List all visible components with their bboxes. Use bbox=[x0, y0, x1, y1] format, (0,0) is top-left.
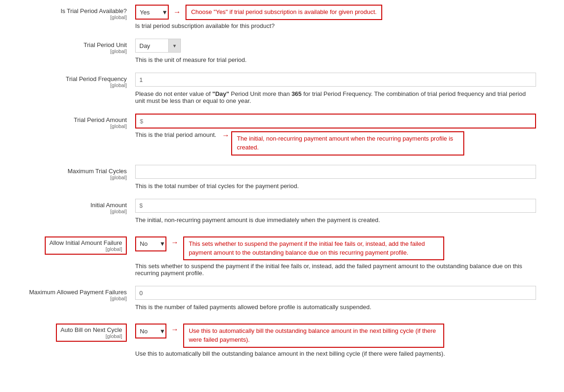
auto-bill-next-cycle-label-col: Auto Bill on Next Cycle [global] bbox=[9, 320, 135, 342]
auto-bill-next-cycle-row: Auto Bill on Next Cycle [global] No Yes … bbox=[9, 320, 555, 357]
allow-initial-amount-failure-label: Allow Initial Amount Failure bbox=[49, 239, 122, 246]
trial-period-unit-sublabel: [global] bbox=[9, 48, 127, 54]
initial-amount-help: The initial, non-recurring payment amoun… bbox=[135, 216, 380, 223]
maximum-allowed-payment-failures-label: Maximum Allowed Payment Failures bbox=[29, 289, 127, 296]
auto-bill-next-cycle-label: Auto Bill on Next Cycle bbox=[61, 326, 122, 333]
trial-period-unit-dropdown-btn[interactable]: ▼ bbox=[168, 39, 180, 52]
is-trial-period-dropdown-btn[interactable]: ▼ bbox=[162, 9, 168, 16]
allow-initial-amount-failure-sublabel: [global] bbox=[49, 246, 122, 252]
trial-period-unit-label-col: Trial Period Unit [global] bbox=[9, 39, 135, 54]
allow-initial-amount-failure-tooltip: This sets whether to suspend the payment… bbox=[183, 237, 444, 261]
initial-amount-label-col: Initial Amount [global] bbox=[9, 199, 135, 214]
auto-bill-next-cycle-select[interactable]: No Yes bbox=[136, 324, 159, 338]
allow-initial-amount-failure-field-col: No Yes ▼ → This sets whether to suspend … bbox=[135, 233, 555, 261]
trial-period-frequency-help: Please do not enter value of "Day" Perio… bbox=[135, 90, 536, 104]
allow-initial-amount-failure-select-wrapper[interactable]: No Yes ▼ bbox=[135, 237, 166, 251]
allow-initial-amount-failure-label-col: Allow Initial Amount Failure [global] bbox=[9, 233, 135, 255]
auto-bill-next-cycle-help: Use this to automatically bill the outst… bbox=[135, 350, 445, 357]
trial-period-unit-select-wrapper[interactable]: Day Week Month Year ▼ bbox=[135, 39, 181, 53]
maximum-trial-cycles-help: This is the total number of trial cycles… bbox=[135, 182, 299, 189]
trial-period-amount-sublabel: [global] bbox=[9, 123, 127, 129]
maximum-allowed-payment-failures-label-col: Maximum Allowed Payment Failures [global… bbox=[9, 286, 135, 301]
auto-bill-next-cycle-sublabel: [global] bbox=[61, 333, 122, 339]
allow-initial-amount-failure-row: Allow Initial Amount Failure [global] No… bbox=[9, 233, 555, 277]
maximum-allowed-payment-failures-row: Maximum Allowed Payment Failures [global… bbox=[9, 286, 555, 311]
maximum-allowed-payment-failures-field-col bbox=[135, 286, 555, 300]
maximum-trial-cycles-field-col bbox=[135, 165, 555, 179]
trial-period-amount-field-col bbox=[135, 114, 555, 128]
trial-period-unit-label: Trial Period Unit bbox=[83, 41, 127, 48]
trial-period-amount-input[interactable] bbox=[136, 115, 535, 128]
is-trial-period-select-wrapper[interactable]: Yes No ▼ bbox=[135, 5, 169, 20]
maximum-trial-cycles-label-col: Maximum Trial Cycles [global] bbox=[9, 165, 135, 180]
trial-period-frequency-label-col: Trial Period Frequency [global] bbox=[9, 73, 135, 88]
is-trial-period-sublabel: [global] bbox=[9, 14, 127, 20]
initial-amount-field-col bbox=[135, 199, 555, 213]
trial-period-amount-tooltip: The initial, non-recurring payment amoun… bbox=[231, 131, 464, 155]
is-trial-period-label: Is Trial Period Available? bbox=[61, 7, 127, 14]
allow-initial-amount-failure-select[interactable]: No Yes bbox=[136, 237, 159, 250]
auto-bill-next-cycle-box: Auto Bill on Next Cycle [global] bbox=[56, 324, 127, 342]
maximum-allowed-payment-failures-input[interactable] bbox=[135, 286, 536, 300]
auto-bill-next-cycle-select-wrapper[interactable]: No Yes ▼ bbox=[135, 324, 166, 338]
trial-period-amount-label-col: Trial Period Amount [global] bbox=[9, 114, 135, 129]
maximum-trial-cycles-label: Maximum Trial Cycles bbox=[68, 168, 127, 175]
initial-amount-label: Initial Amount bbox=[90, 202, 127, 209]
is-trial-period-label-col: Is Trial Period Available? [global] bbox=[9, 5, 135, 20]
is-trial-period-select[interactable]: Yes No bbox=[136, 6, 162, 19]
allow-initial-amount-failure-help: This sets whether to suspend the payment… bbox=[135, 263, 536, 277]
is-trial-period-tooltip: Choose "Yes" if trial period subscriptio… bbox=[186, 5, 382, 20]
trial-period-frequency-input[interactable] bbox=[135, 73, 536, 87]
is-trial-period-row: Is Trial Period Available? [global] Yes … bbox=[9, 5, 555, 29]
maximum-trial-cycles-row: Maximum Trial Cycles [global] This is th… bbox=[9, 165, 555, 189]
trial-period-frequency-bold2: 365 bbox=[291, 90, 302, 97]
allow-initial-amount-failure-dropdown-btn[interactable]: ▼ bbox=[159, 240, 165, 247]
trial-period-amount-row: Trial Period Amount [global] This is the… bbox=[9, 114, 555, 155]
trial-period-frequency-sublabel: [global] bbox=[9, 82, 127, 88]
trial-period-frequency-field-col bbox=[135, 73, 555, 87]
maximum-allowed-payment-failures-help: This is the number of failed payments al… bbox=[135, 304, 371, 311]
trial-period-unit-select[interactable]: Day Week Month Year bbox=[136, 39, 168, 52]
trial-period-frequency-bold1: "Day" bbox=[213, 90, 229, 97]
trial-period-amount-arrow: → bbox=[222, 131, 229, 140]
maximum-trial-cycles-input[interactable] bbox=[135, 165, 536, 179]
maximum-allowed-payment-failures-sublabel: [global] bbox=[9, 296, 127, 301]
allow-initial-amount-failure-arrow: → bbox=[171, 238, 179, 247]
allow-initial-amount-failure-box: Allow Initial Amount Failure [global] bbox=[45, 237, 127, 255]
is-trial-period-help: Is trial period subscription available f… bbox=[135, 22, 275, 29]
initial-amount-row: Initial Amount [global] The initial, non… bbox=[9, 199, 555, 223]
is-trial-period-field-col: Yes No ▼ → Choose "Yes" if trial period … bbox=[135, 5, 555, 20]
is-trial-period-arrow: → bbox=[173, 8, 181, 16]
trial-period-frequency-label: Trial Period Frequency bbox=[66, 75, 127, 82]
trial-period-amount-label: Trial Period Amount bbox=[74, 116, 127, 123]
trial-period-unit-row: Trial Period Unit [global] Day Week Mont… bbox=[9, 39, 555, 63]
auto-bill-next-cycle-tooltip: Use this to automatically bill the outst… bbox=[183, 324, 444, 348]
trial-period-unit-help: This is the unit of measure for trial pe… bbox=[135, 56, 247, 63]
auto-bill-next-cycle-field-col: No Yes ▼ → Use this to automatically bil… bbox=[135, 320, 555, 348]
trial-period-unit-field-col: Day Week Month Year ▼ bbox=[135, 39, 555, 53]
initial-amount-sublabel: [global] bbox=[9, 209, 127, 214]
maximum-trial-cycles-sublabel: [global] bbox=[9, 175, 127, 180]
auto-bill-next-cycle-dropdown-btn[interactable]: ▼ bbox=[159, 328, 165, 335]
auto-bill-next-cycle-arrow: → bbox=[171, 325, 179, 334]
initial-amount-input[interactable] bbox=[135, 199, 536, 213]
trial-period-amount-help: This is the trial period amount. bbox=[135, 131, 216, 138]
trial-period-frequency-row: Trial Period Frequency [global] Please d… bbox=[9, 73, 555, 104]
